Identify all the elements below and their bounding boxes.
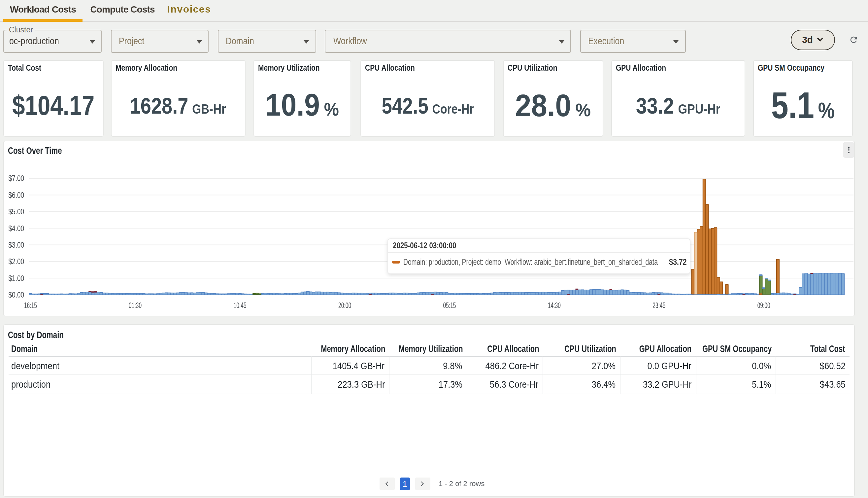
svg-text:$1.00: $1.00 (8, 273, 24, 283)
svg-text:$4.00: $4.00 (8, 224, 24, 233)
svg-text:$3.00: $3.00 (8, 240, 24, 249)
svg-text:23:45: 23:45 (652, 301, 665, 310)
svg-text:10:45: 10:45 (234, 301, 246, 310)
svg-text:$0.00: $0.00 (8, 290, 24, 299)
svg-text:16:15: 16:15 (24, 301, 37, 310)
svg-text:$6.00: $6.00 (8, 190, 24, 199)
svg-text:09:00: 09:00 (757, 301, 770, 310)
svg-text:$7.00: $7.00 (8, 173, 24, 182)
svg-text:14:30: 14:30 (548, 301, 561, 310)
svg-text:20:00: 20:00 (338, 301, 351, 310)
svg-text:01:30: 01:30 (129, 301, 141, 310)
svg-text:05:15: 05:15 (443, 301, 456, 310)
svg-text:$5.00: $5.00 (8, 207, 24, 215)
svg-text:$2.00: $2.00 (8, 257, 24, 265)
